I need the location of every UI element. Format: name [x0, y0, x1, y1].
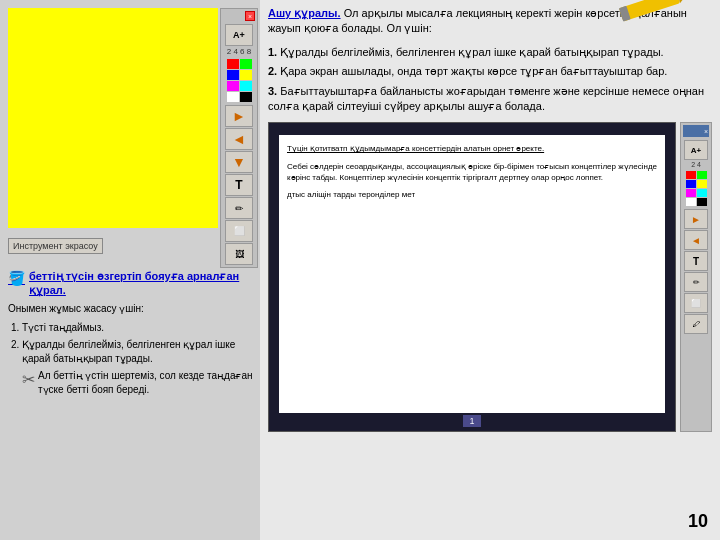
inner-para-2: Себеі сөлдерін сеоардықанды, ассоциациял…	[287, 161, 657, 183]
inner-document[interactable]: Түцін қотитватп құдымдымарға консеттіерд…	[268, 122, 676, 432]
inner-active-tool-button[interactable]: 🖊	[684, 314, 708, 334]
arrow-left-button[interactable]: ◄	[225, 128, 253, 150]
color-cell[interactable]	[227, 81, 239, 91]
tool-name-highlight: Ашу құралы.	[268, 7, 341, 19]
t-tool-button[interactable]: T	[225, 174, 253, 196]
pencil-tool-button[interactable]: ✏	[225, 197, 253, 219]
page-number: 10	[688, 511, 708, 532]
inner-t-tool-button[interactable]: T	[684, 251, 708, 271]
color-cell[interactable]	[227, 59, 239, 69]
inner-color-cell[interactable]	[697, 198, 707, 206]
top-right-description: Ашу құралы. Ол арқылы мысалға лекцияның …	[268, 6, 712, 37]
inner-color-grid	[686, 171, 707, 206]
color-grid	[227, 59, 252, 102]
left-panel: × A+ 2 4 6 8 ► ◄ ▼ T	[0, 0, 260, 540]
bottom-left-section: 🪣 беттің түсін өзгертіп бояуға арналған …	[4, 265, 258, 404]
arrow-down-button[interactable]: ▼	[225, 151, 253, 173]
bottom-left-steps: Түсті таңдаймыз. Құралды белгілейміз, бе…	[8, 321, 254, 397]
step-2: 2. Қара экран ашылады, онда төрт жақты к…	[268, 64, 712, 79]
inner-color-cell[interactable]	[686, 198, 696, 206]
main-container: × A+ 2 4 6 8 ► ◄ ▼ T	[0, 0, 720, 540]
inner-text-tool-button[interactable]: A+	[684, 140, 708, 160]
inner-color-cell[interactable]	[686, 171, 696, 179]
inner-color-cell[interactable]	[697, 180, 707, 188]
inner-pencil-tool-button[interactable]: ✏	[684, 272, 708, 292]
inner-para-3: дтыс аліщін тарды теронділер мет	[287, 189, 657, 200]
size-row: 2 4 6 8	[225, 47, 253, 56]
inner-para-1: Түцін қотитватп құдымдымарға консеттіерд…	[287, 143, 657, 154]
step-1: 1. Құралды белгілейміз, белгіленген құра…	[268, 45, 712, 60]
drawing-area[interactable]	[8, 8, 218, 228]
color-cell[interactable]	[227, 92, 239, 102]
right-panel: Ашу құралы. Ол арқылы мысалға лекцияның …	[260, 0, 720, 540]
eraser-tool-button[interactable]: ⬜	[225, 220, 253, 242]
scissors-decoration-icon: ✂	[22, 369, 35, 391]
inner-color-cell[interactable]	[697, 171, 707, 179]
inner-size-row: 2 4	[691, 161, 701, 168]
text-tool-button[interactable]: A+	[225, 24, 253, 46]
inner-toolbar: × A+ 2 4 ► ◄ T ✏	[680, 122, 712, 432]
inner-color-cell[interactable]	[697, 189, 707, 197]
tool-label: Инструмент экрасоу	[8, 238, 103, 254]
bottom-left-subtitle: Онымен жұмыс жасасу үшін:	[8, 302, 254, 315]
image-tool-button[interactable]: 🖼	[225, 243, 253, 265]
bottom-step-2: Құралды белгілейміз, белгіленген құрал і…	[22, 338, 254, 365]
inner-doc-container: Түцін қотитватп құдымдымарға консеттіерд…	[268, 122, 712, 432]
inner-doc-text: Түцін қотитватп құдымдымарға консеттіерд…	[287, 143, 657, 200]
color-cell[interactable]	[240, 70, 252, 80]
inner-color-cell[interactable]	[686, 189, 696, 197]
color-cell[interactable]	[240, 81, 252, 91]
color-cell[interactable]	[240, 92, 252, 102]
bottom-step-1: Түсті таңдаймыз.	[22, 321, 254, 335]
inner-doc-content: Түцін қотитватп құдымдымарға консеттіерд…	[279, 135, 665, 413]
toolbar-close-button[interactable]: ×	[245, 11, 255, 21]
color-cell[interactable]	[240, 59, 252, 69]
steps-section: 1. Құралды белгілейміз, белгіленген құра…	[268, 45, 712, 115]
svg-marker-1	[676, 0, 690, 3]
inner-color-cell[interactable]	[686, 180, 696, 188]
inner-doc-footer: 1	[269, 415, 675, 427]
inner-toolbar-header: ×	[683, 125, 709, 137]
inner-eraser-tool-button[interactable]: ⬜	[684, 293, 708, 313]
color-cell[interactable]	[227, 70, 239, 80]
arrow-right-button[interactable]: ►	[225, 105, 253, 127]
step-3: 3. Бағыттауыштарға байланысты жоғарыдан …	[268, 84, 712, 115]
inner-arrow-right-button[interactable]: ►	[684, 209, 708, 229]
bottom-step-3: ✂ Ал беттің үстін шертеміз, сол кезде та…	[22, 369, 254, 396]
bottom-left-title: 🪣 беттің түсін өзгертіп бояуға арналған …	[8, 269, 254, 298]
inner-arrow-left-button[interactable]: ◄	[684, 230, 708, 250]
inner-close-button[interactable]: ×	[704, 128, 708, 135]
inner-page-number: 1	[463, 415, 480, 427]
paint-icon: 🪣	[8, 269, 25, 287]
toolbar-panel: × A+ 2 4 6 8 ► ◄ ▼ T	[220, 8, 258, 268]
